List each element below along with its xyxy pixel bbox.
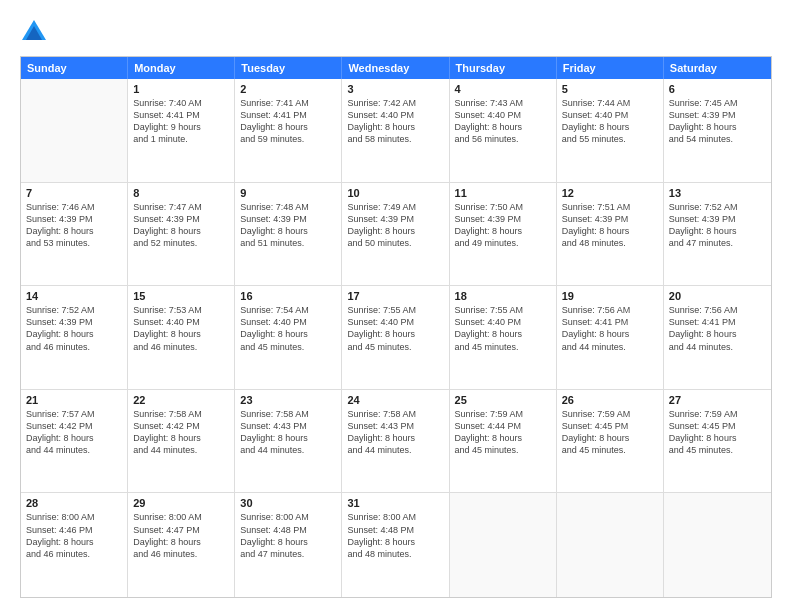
day-number: 26 [562, 394, 658, 406]
calendar-week-1: 1Sunrise: 7:40 AM Sunset: 4:41 PM Daylig… [21, 79, 771, 183]
day-number: 30 [240, 497, 336, 509]
day-cell-26: 26Sunrise: 7:59 AM Sunset: 4:45 PM Dayli… [557, 390, 664, 493]
day-cell-1: 1Sunrise: 7:40 AM Sunset: 4:41 PM Daylig… [128, 79, 235, 182]
day-info: Sunrise: 7:49 AM Sunset: 4:39 PM Dayligh… [347, 201, 443, 250]
day-cell-9: 9Sunrise: 7:48 AM Sunset: 4:39 PM Daylig… [235, 183, 342, 286]
day-cell-14: 14Sunrise: 7:52 AM Sunset: 4:39 PM Dayli… [21, 286, 128, 389]
day-info: Sunrise: 7:43 AM Sunset: 4:40 PM Dayligh… [455, 97, 551, 146]
day-cell-20: 20Sunrise: 7:56 AM Sunset: 4:41 PM Dayli… [664, 286, 771, 389]
day-number: 5 [562, 83, 658, 95]
day-number: 9 [240, 187, 336, 199]
day-cell-16: 16Sunrise: 7:54 AM Sunset: 4:40 PM Dayli… [235, 286, 342, 389]
header-day-saturday: Saturday [664, 57, 771, 79]
day-cell-5: 5Sunrise: 7:44 AM Sunset: 4:40 PM Daylig… [557, 79, 664, 182]
day-cell-30: 30Sunrise: 8:00 AM Sunset: 4:48 PM Dayli… [235, 493, 342, 597]
day-info: Sunrise: 7:50 AM Sunset: 4:39 PM Dayligh… [455, 201, 551, 250]
day-number: 18 [455, 290, 551, 302]
day-info: Sunrise: 7:59 AM Sunset: 4:44 PM Dayligh… [455, 408, 551, 457]
day-number: 12 [562, 187, 658, 199]
day-info: Sunrise: 7:58 AM Sunset: 4:43 PM Dayligh… [347, 408, 443, 457]
logo [20, 18, 52, 46]
day-number: 14 [26, 290, 122, 302]
day-info: Sunrise: 7:59 AM Sunset: 4:45 PM Dayligh… [562, 408, 658, 457]
header-day-tuesday: Tuesday [235, 57, 342, 79]
day-number: 25 [455, 394, 551, 406]
page: SundayMondayTuesdayWednesdayThursdayFrid… [0, 0, 792, 612]
day-number: 29 [133, 497, 229, 509]
day-info: Sunrise: 8:00 AM Sunset: 4:48 PM Dayligh… [240, 511, 336, 560]
header-day-friday: Friday [557, 57, 664, 79]
calendar-header: SundayMondayTuesdayWednesdayThursdayFrid… [21, 57, 771, 79]
day-info: Sunrise: 7:54 AM Sunset: 4:40 PM Dayligh… [240, 304, 336, 353]
header-day-thursday: Thursday [450, 57, 557, 79]
day-cell-24: 24Sunrise: 7:58 AM Sunset: 4:43 PM Dayli… [342, 390, 449, 493]
day-number: 16 [240, 290, 336, 302]
day-info: Sunrise: 7:42 AM Sunset: 4:40 PM Dayligh… [347, 97, 443, 146]
day-number: 6 [669, 83, 766, 95]
day-info: Sunrise: 8:00 AM Sunset: 4:48 PM Dayligh… [347, 511, 443, 560]
header-day-wednesday: Wednesday [342, 57, 449, 79]
day-cell-3: 3Sunrise: 7:42 AM Sunset: 4:40 PM Daylig… [342, 79, 449, 182]
day-cell-19: 19Sunrise: 7:56 AM Sunset: 4:41 PM Dayli… [557, 286, 664, 389]
day-number: 31 [347, 497, 443, 509]
day-info: Sunrise: 7:46 AM Sunset: 4:39 PM Dayligh… [26, 201, 122, 250]
day-info: Sunrise: 7:55 AM Sunset: 4:40 PM Dayligh… [455, 304, 551, 353]
day-cell-23: 23Sunrise: 7:58 AM Sunset: 4:43 PM Dayli… [235, 390, 342, 493]
calendar-week-4: 21Sunrise: 7:57 AM Sunset: 4:42 PM Dayli… [21, 390, 771, 494]
day-cell-15: 15Sunrise: 7:53 AM Sunset: 4:40 PM Dayli… [128, 286, 235, 389]
day-info: Sunrise: 7:57 AM Sunset: 4:42 PM Dayligh… [26, 408, 122, 457]
day-cell-10: 10Sunrise: 7:49 AM Sunset: 4:39 PM Dayli… [342, 183, 449, 286]
day-number: 28 [26, 497, 122, 509]
empty-cell [664, 493, 771, 597]
day-info: Sunrise: 7:59 AM Sunset: 4:45 PM Dayligh… [669, 408, 766, 457]
calendar: SundayMondayTuesdayWednesdayThursdayFrid… [20, 56, 772, 598]
day-number: 23 [240, 394, 336, 406]
day-info: Sunrise: 7:45 AM Sunset: 4:39 PM Dayligh… [669, 97, 766, 146]
day-cell-29: 29Sunrise: 8:00 AM Sunset: 4:47 PM Dayli… [128, 493, 235, 597]
day-number: 2 [240, 83, 336, 95]
day-number: 19 [562, 290, 658, 302]
day-number: 8 [133, 187, 229, 199]
day-info: Sunrise: 7:55 AM Sunset: 4:40 PM Dayligh… [347, 304, 443, 353]
day-number: 11 [455, 187, 551, 199]
calendar-body: 1Sunrise: 7:40 AM Sunset: 4:41 PM Daylig… [21, 79, 771, 597]
day-number: 27 [669, 394, 766, 406]
day-cell-28: 28Sunrise: 8:00 AM Sunset: 4:46 PM Dayli… [21, 493, 128, 597]
day-cell-25: 25Sunrise: 7:59 AM Sunset: 4:44 PM Dayli… [450, 390, 557, 493]
day-cell-21: 21Sunrise: 7:57 AM Sunset: 4:42 PM Dayli… [21, 390, 128, 493]
day-cell-8: 8Sunrise: 7:47 AM Sunset: 4:39 PM Daylig… [128, 183, 235, 286]
day-cell-6: 6Sunrise: 7:45 AM Sunset: 4:39 PM Daylig… [664, 79, 771, 182]
day-number: 21 [26, 394, 122, 406]
day-info: Sunrise: 7:56 AM Sunset: 4:41 PM Dayligh… [562, 304, 658, 353]
day-info: Sunrise: 7:58 AM Sunset: 4:43 PM Dayligh… [240, 408, 336, 457]
day-number: 22 [133, 394, 229, 406]
day-number: 15 [133, 290, 229, 302]
header [20, 18, 772, 46]
day-info: Sunrise: 7:48 AM Sunset: 4:39 PM Dayligh… [240, 201, 336, 250]
day-info: Sunrise: 7:51 AM Sunset: 4:39 PM Dayligh… [562, 201, 658, 250]
day-cell-31: 31Sunrise: 8:00 AM Sunset: 4:48 PM Dayli… [342, 493, 449, 597]
day-number: 7 [26, 187, 122, 199]
logo-icon [20, 18, 48, 46]
day-cell-12: 12Sunrise: 7:51 AM Sunset: 4:39 PM Dayli… [557, 183, 664, 286]
empty-cell [557, 493, 664, 597]
day-cell-17: 17Sunrise: 7:55 AM Sunset: 4:40 PM Dayli… [342, 286, 449, 389]
calendar-week-3: 14Sunrise: 7:52 AM Sunset: 4:39 PM Dayli… [21, 286, 771, 390]
day-info: Sunrise: 7:56 AM Sunset: 4:41 PM Dayligh… [669, 304, 766, 353]
day-info: Sunrise: 7:52 AM Sunset: 4:39 PM Dayligh… [669, 201, 766, 250]
day-number: 24 [347, 394, 443, 406]
day-info: Sunrise: 7:41 AM Sunset: 4:41 PM Dayligh… [240, 97, 336, 146]
day-info: Sunrise: 7:52 AM Sunset: 4:39 PM Dayligh… [26, 304, 122, 353]
day-cell-22: 22Sunrise: 7:58 AM Sunset: 4:42 PM Dayli… [128, 390, 235, 493]
day-info: Sunrise: 7:44 AM Sunset: 4:40 PM Dayligh… [562, 97, 658, 146]
day-cell-27: 27Sunrise: 7:59 AM Sunset: 4:45 PM Dayli… [664, 390, 771, 493]
header-day-sunday: Sunday [21, 57, 128, 79]
day-info: Sunrise: 8:00 AM Sunset: 4:47 PM Dayligh… [133, 511, 229, 560]
day-number: 17 [347, 290, 443, 302]
day-number: 3 [347, 83, 443, 95]
day-info: Sunrise: 7:47 AM Sunset: 4:39 PM Dayligh… [133, 201, 229, 250]
day-cell-7: 7Sunrise: 7:46 AM Sunset: 4:39 PM Daylig… [21, 183, 128, 286]
day-info: Sunrise: 7:40 AM Sunset: 4:41 PM Dayligh… [133, 97, 229, 146]
day-cell-4: 4Sunrise: 7:43 AM Sunset: 4:40 PM Daylig… [450, 79, 557, 182]
day-number: 10 [347, 187, 443, 199]
